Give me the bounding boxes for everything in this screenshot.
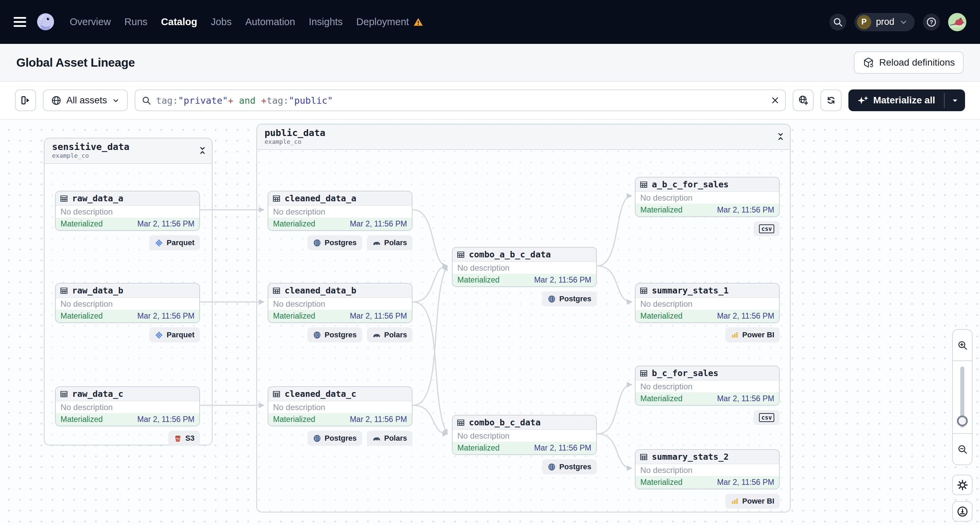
asset-scope-dropdown[interactable]: All assets — [43, 89, 128, 111]
download-graph-button[interactable] — [952, 501, 972, 522]
search-button[interactable] — [829, 14, 846, 30]
asset-b-c-for-sales[interactable]: b_c_for_sales No description Materialize… — [635, 366, 780, 425]
nav-runs[interactable]: Runs — [124, 16, 148, 27]
reload-definitions-button[interactable]: Reload definitions — [854, 51, 964, 74]
asset-node[interactable]: raw_data_c No description Materialized M… — [55, 386, 200, 426]
status-badge: Materialized — [273, 219, 315, 229]
collapse-group-button[interactable] — [776, 132, 785, 142]
zoom-slider-thumb[interactable] — [957, 415, 968, 426]
group-header[interactable]: sensitive_data example_co — [45, 138, 212, 164]
asset-status-row: Materialized Mar 2, 11:56 PM — [56, 413, 199, 426]
refresh-button[interactable] — [821, 89, 842, 111]
asset-node[interactable]: a_b_c_for_sales No description Materiali… — [635, 177, 780, 217]
zoom-in-button[interactable] — [953, 330, 972, 361]
asset-raw-data-b[interactable]: raw_data_b No description Materialized M… — [55, 283, 200, 342]
asset-raw-data-c[interactable]: raw_data_c No description Materialized M… — [55, 386, 200, 446]
group-header[interactable]: public_data example_co — [257, 124, 790, 150]
asset-node[interactable]: summary_stats_2 No description Materiali… — [635, 449, 780, 489]
tag-postgres[interactable]: Postgres — [307, 328, 362, 342]
table-icon — [639, 453, 648, 461]
asset-tags: Postgres — [452, 460, 597, 474]
user-avatar[interactable] — [948, 13, 966, 31]
asset-cleaned-data-b[interactable]: cleaned_data_b No description Materializ… — [267, 283, 412, 342]
asset-node[interactable]: cleaned_data_a No description Materializ… — [267, 191, 412, 231]
tag-csv[interactable]: csv — [754, 221, 780, 236]
nav-overview[interactable]: Overview — [70, 16, 111, 27]
hamburger-menu-icon[interactable] — [14, 17, 26, 27]
materialize-options-caret[interactable] — [945, 89, 965, 111]
tag-parquet[interactable]: Parquet — [149, 235, 200, 250]
tag-polars[interactable]: Polars — [367, 431, 412, 446]
asset-summary-stats-2[interactable]: summary_stats_2 No description Materiali… — [635, 449, 780, 509]
group-title: public_data — [264, 127, 783, 138]
tag-postgres[interactable]: Postgres — [542, 291, 597, 306]
tag-powerbi[interactable]: Power BI — [725, 328, 780, 342]
asset-raw-data-a[interactable]: raw_data_a No description Materialized M… — [55, 191, 200, 250]
asset-tags: Postgres Polars — [267, 235, 412, 250]
asset-combo-a-b-c-data[interactable]: combo_a_b_c_data No description Material… — [452, 247, 597, 306]
zoom-slider[interactable] — [953, 361, 972, 433]
tag-parquet[interactable]: Parquet — [149, 328, 200, 342]
nav-insights[interactable]: Insights — [309, 16, 343, 27]
asset-a-b-c-for-sales[interactable]: a_b_c_for_sales No description Materiali… — [635, 177, 780, 236]
status-badge: Materialized — [640, 478, 682, 487]
tag-csv[interactable]: csv — [754, 410, 780, 425]
asset-node[interactable]: cleaned_data_b No description Materializ… — [267, 283, 412, 323]
nav-jobs[interactable]: Jobs — [211, 16, 232, 27]
asset-description: No description — [453, 430, 596, 442]
asset-node-header: cleaned_data_a — [268, 191, 412, 206]
tag-s3[interactable]: S3 — [168, 431, 200, 446]
nav-catalog[interactable]: Catalog — [161, 16, 197, 27]
asset-cleaned-data-a[interactable]: cleaned_data_a No description Materializ… — [267, 191, 412, 250]
tag-polars[interactable]: Polars — [367, 235, 412, 250]
lineage-canvas[interactable]: sensitive_data example_co public_data ex… — [0, 120, 980, 525]
materialize-all-button[interactable]: Materialize all — [848, 89, 965, 111]
materialize-all-main[interactable]: Materialize all — [848, 89, 944, 111]
tag-label: Postgres — [325, 434, 357, 443]
asset-node-header: a_b_c_for_sales — [636, 178, 779, 192]
graph-settings-button[interactable] — [952, 475, 972, 495]
asset-node[interactable]: b_c_for_sales No description Materialize… — [635, 366, 780, 406]
view-full-graph-button[interactable] — [793, 89, 814, 111]
tag-label: Postgres — [559, 463, 591, 471]
collapse-group-button[interactable] — [198, 146, 207, 156]
query-token: + — [228, 95, 233, 106]
nav-deployment[interactable]: Deployment — [356, 16, 423, 27]
asset-filter-input[interactable]: tag:"private"+ and +tag:"public" — [135, 89, 786, 111]
table-icon — [272, 194, 281, 203]
tag-postgres[interactable]: Postgres — [307, 431, 362, 446]
zoom-out-button[interactable] — [953, 433, 972, 465]
asset-node-header: summary_stats_1 — [636, 283, 779, 298]
environment-switcher[interactable]: P prod — [854, 13, 915, 31]
asset-node[interactable]: combo_b_c_data No description Materializ… — [452, 415, 597, 455]
chevron-down-icon — [112, 97, 120, 104]
asset-summary-stats-1[interactable]: summary_stats_1 No description Materiali… — [635, 283, 780, 342]
asset-node[interactable]: raw_data_a No description Materialized M… — [55, 191, 200, 231]
dagster-logo[interactable] — [37, 13, 55, 31]
asset-node[interactable]: combo_a_b_c_data No description Material… — [452, 247, 597, 287]
tag-polars[interactable]: Polars — [367, 328, 412, 342]
nav-automation[interactable]: Automation — [245, 16, 295, 27]
asset-node-header: raw_data_c — [56, 387, 199, 401]
asset-scope-label: All assets — [66, 95, 107, 106]
asset-status-row: Materialized Mar 2, 11:56 PM — [56, 218, 199, 230]
help-button[interactable]: ? — [923, 14, 940, 30]
asset-node[interactable]: raw_data_b No description Materialized M… — [55, 283, 200, 323]
asset-description: No description — [268, 206, 412, 218]
tag-postgres[interactable]: Postgres — [307, 235, 362, 250]
asset-cleaned-data-c[interactable]: cleaned_data_c No description Materializ… — [267, 386, 412, 446]
group-repo: example_co — [264, 138, 783, 145]
status-badge: Materialized — [60, 312, 103, 321]
tag-postgres[interactable]: Postgres — [542, 460, 597, 474]
tag-powerbi[interactable]: Power BI — [725, 494, 780, 509]
asset-node[interactable]: cleaned_data_c No description Materializ… — [267, 386, 412, 426]
csv-icon: csv — [759, 413, 774, 422]
asset-description: No description — [636, 192, 779, 204]
clear-filter-button[interactable] — [770, 96, 780, 105]
table-icon — [457, 250, 465, 259]
nav-insights-label: Insights — [309, 16, 343, 27]
asset-combo-b-c-data[interactable]: combo_b_c_data No description Materializ… — [452, 415, 597, 474]
toggle-sidebar-button[interactable] — [15, 89, 36, 111]
asset-node[interactable]: summary_stats_1 No description Materiali… — [635, 283, 780, 323]
tag-label: Polars — [384, 331, 407, 339]
